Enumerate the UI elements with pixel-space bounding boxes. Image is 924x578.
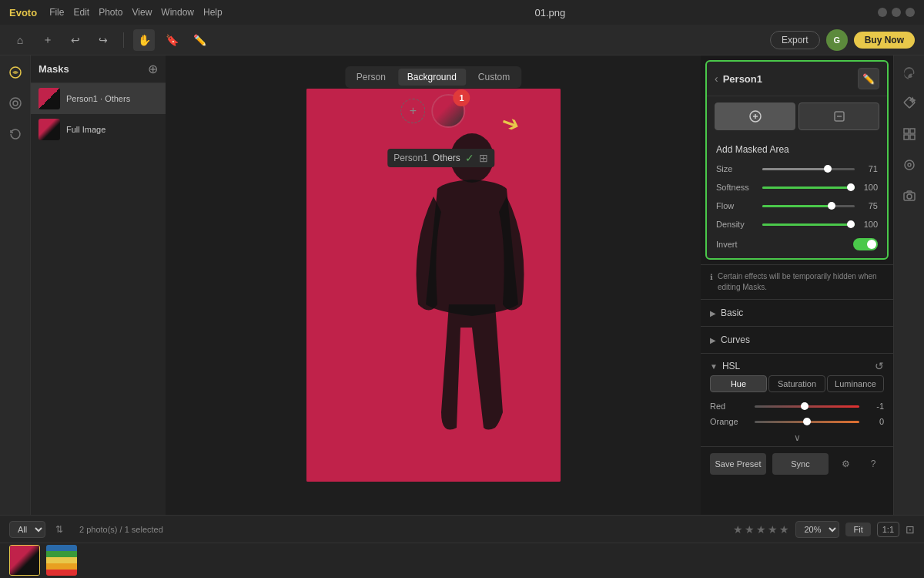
person-name-label: Person1: [393, 153, 428, 163]
star-3[interactable]: ★: [756, 523, 766, 536]
mask-thumb-2: [38, 119, 60, 140]
hsl-expand[interactable]: ∨: [701, 429, 893, 446]
masks-icon[interactable]: [5, 62, 26, 83]
hsl-orange-label: Orange: [710, 417, 748, 426]
invert-toggle[interactable]: [853, 238, 878, 250]
hsl-orange-slider[interactable]: [755, 421, 859, 423]
hsl-tab-hue[interactable]: Hue: [710, 375, 767, 392]
file-name: 01.png: [235, 7, 865, 18]
add-person-button[interactable]: +: [400, 99, 425, 123]
mask-item-person1[interactable]: Person1 · Others: [31, 83, 166, 114]
save-preset-button[interactable]: Save Preset: [710, 453, 766, 475]
filmstrip-item-1[interactable]: [9, 545, 40, 576]
back-arrow[interactable]: ‹: [715, 72, 718, 85]
menu-view[interactable]: View: [132, 7, 152, 18]
density-thumb[interactable]: [847, 220, 855, 228]
ratio-button[interactable]: 1:1: [877, 522, 899, 537]
help-icon[interactable]: ?: [862, 453, 884, 475]
user-avatar[interactable]: G: [826, 29, 848, 51]
remove-area-tool[interactable]: [798, 102, 879, 130]
star-1[interactable]: ★: [733, 523, 743, 536]
hsl-tab-luminance[interactable]: Luminance: [827, 375, 884, 392]
stamp-tool[interactable]: 🔖: [161, 29, 182, 51]
redo-button[interactable]: ↪: [92, 29, 114, 51]
flow-thumb[interactable]: [828, 202, 835, 210]
menu-bar[interactable]: File Edit Photo View Window Help: [49, 7, 223, 18]
filter-select[interactable]: All: [9, 521, 45, 538]
buy-now-button[interactable]: Buy Now: [854, 32, 915, 49]
menu-file[interactable]: File: [49, 7, 64, 18]
curves-section-header[interactable]: ▶ Curves: [701, 327, 893, 353]
menu-edit[interactable]: Edit: [73, 7, 89, 18]
star-5[interactable]: ★: [779, 523, 789, 536]
softness-label: Softness: [716, 183, 762, 192]
masks-add-button[interactable]: ⊕: [148, 62, 158, 76]
hsl-red-slider[interactable]: [755, 405, 859, 408]
sync-button[interactable]: Sync: [772, 453, 829, 475]
star-4[interactable]: ★: [768, 523, 778, 536]
settings-icon[interactable]: ⚙: [835, 453, 856, 475]
tab-background[interactable]: Background: [398, 69, 466, 86]
hsl-red-value: -1: [865, 402, 884, 411]
size-thumb[interactable]: [824, 165, 832, 173]
size-slider[interactable]: [762, 168, 855, 170]
filmstrip-item-2[interactable]: [46, 545, 77, 576]
expand-button[interactable]: ⊡: [906, 523, 915, 536]
hsl-red-thumb[interactable]: [801, 402, 808, 410]
menu-help[interactable]: Help: [203, 7, 223, 18]
wand-icon[interactable]: [899, 92, 920, 114]
tab-person[interactable]: Person: [347, 69, 395, 86]
separator: [123, 32, 124, 48]
brush-tool[interactable]: ✏️: [189, 29, 210, 51]
zoom-select[interactable]: 20%: [795, 521, 839, 538]
fit-button[interactable]: Fit: [845, 523, 870, 536]
info-icon: ℹ: [710, 272, 713, 283]
mask-item-full[interactable]: Full Image: [31, 114, 166, 145]
palette-icon[interactable]: [899, 62, 920, 83]
close-button[interactable]: [906, 8, 915, 17]
softness-slider[interactable]: [762, 187, 855, 189]
star-icon[interactable]: [899, 154, 920, 176]
tab-custom[interactable]: Custom: [469, 69, 519, 86]
invert-label: Invert: [716, 240, 853, 249]
brush-tool-icon[interactable]: ✏️: [858, 68, 879, 89]
svg-rect-10: [904, 135, 909, 139]
softness-thumb[interactable]: [847, 183, 855, 191]
export-button[interactable]: Export: [770, 31, 820, 49]
menu-photo[interactable]: Photo: [99, 7, 122, 18]
filmstrip-thumbnail-2: [46, 545, 77, 576]
svg-rect-9: [910, 129, 915, 133]
undo-button[interactable]: ↩: [65, 29, 86, 51]
person-panel-title: Person1: [723, 73, 853, 85]
size-label: Size: [716, 164, 762, 173]
basic-section-header[interactable]: ▶ Basic: [701, 300, 893, 326]
canvas-scroll[interactable]: Person Background Custom + 1: [166, 55, 701, 515]
size-slider-row: Size 71: [716, 164, 878, 173]
hsl-orange-thumb[interactable]: [803, 418, 811, 425]
check-icon: ✓: [465, 152, 474, 164]
add-button[interactable]: ＋: [37, 29, 59, 51]
menu-window[interactable]: Window: [161, 7, 194, 18]
edit-icon[interactable]: ⊞: [479, 152, 488, 164]
minimize-button[interactable]: [878, 8, 887, 17]
info-bar: ℹ Certain effects will be temporarily hi…: [701, 264, 893, 299]
hsl-orange-row: Orange 0: [701, 414, 893, 429]
arrow-indicator: ➔: [497, 109, 523, 139]
grid-icon[interactable]: [899, 123, 920, 145]
svg-point-12: [905, 160, 914, 170]
history-icon[interactable]: [5, 123, 26, 145]
star-2[interactable]: ★: [745, 523, 755, 536]
camera-icon[interactable]: [899, 185, 920, 207]
adjustments-icon[interactable]: [5, 92, 26, 114]
maximize-button[interactable]: [892, 8, 901, 17]
panel-tools: ✏️: [858, 68, 879, 89]
density-slider[interactable]: [762, 223, 855, 226]
flow-slider[interactable]: [762, 205, 855, 207]
pan-tool[interactable]: ✋: [133, 29, 155, 51]
person-avatar-wrapper: 1: [431, 94, 465, 128]
sort-icon[interactable]: ⇅: [52, 522, 67, 537]
hsl-tab-saturation[interactable]: Saturation: [768, 375, 825, 392]
home-button[interactable]: ⌂: [9, 29, 31, 51]
add-area-tool[interactable]: [715, 102, 795, 130]
hsl-reset-icon[interactable]: ↺: [875, 360, 884, 372]
